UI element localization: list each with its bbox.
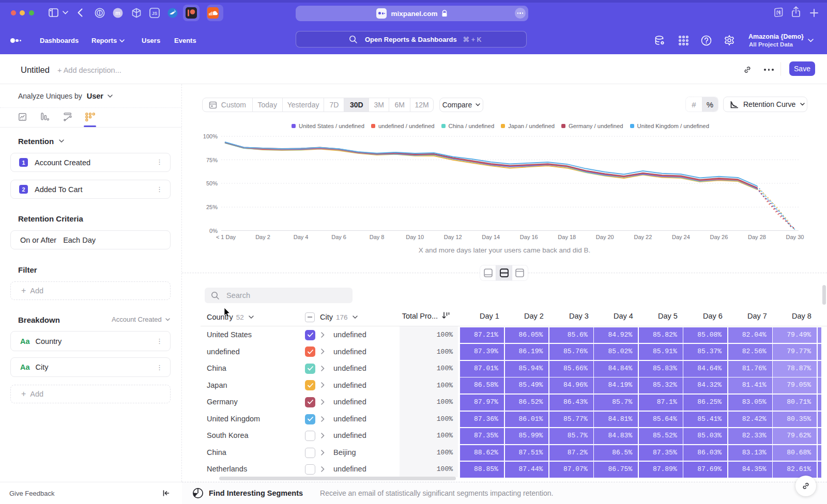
svg-text:Day 18: Day 18 — [558, 234, 576, 240]
svg-text:Day 2: Day 2 — [255, 234, 270, 240]
svg-text:Day 14: Day 14 — [482, 234, 500, 240]
svg-text:JS: JS — [152, 11, 158, 16]
svg-text:Day 8: Day 8 — [370, 234, 385, 240]
svg-text:Day 30: Day 30 — [786, 234, 804, 240]
svg-text:100%: 100% — [203, 133, 218, 139]
svg-text:0%: 0% — [209, 228, 218, 234]
svg-text:Day 26: Day 26 — [710, 234, 728, 240]
svg-text:Day 20: Day 20 — [596, 234, 614, 240]
svg-text:Day 24: Day 24 — [672, 234, 690, 240]
svg-text:50%: 50% — [206, 180, 218, 186]
svg-text:Day 10: Day 10 — [406, 234, 424, 240]
svg-text:Day 28: Day 28 — [748, 234, 766, 240]
svg-text:< 1 Day: < 1 Day — [216, 234, 236, 240]
svg-text:25%: 25% — [206, 204, 218, 210]
svg-text:Day 16: Day 16 — [520, 234, 538, 240]
svg-text:Day 6: Day 6 — [331, 234, 346, 240]
svg-text:Day 12: Day 12 — [444, 234, 462, 240]
svg-text:75%: 75% — [206, 157, 218, 163]
svg-text:m: m — [115, 10, 120, 16]
svg-text:Day 22: Day 22 — [634, 234, 652, 240]
svg-text:Day 4: Day 4 — [294, 234, 309, 240]
